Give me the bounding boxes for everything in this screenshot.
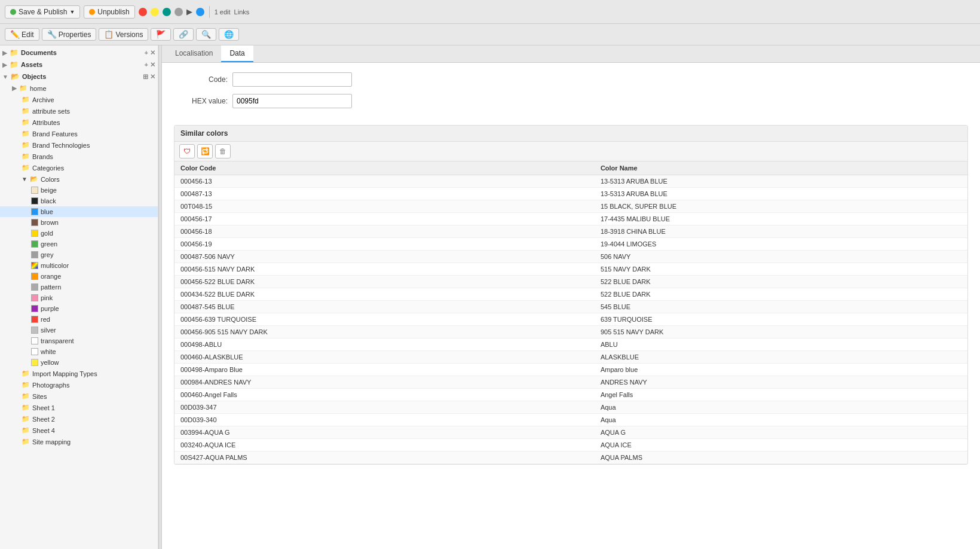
sidebar-item-categories[interactable]: 📁 Categories (0, 162, 158, 173)
stop-icon (139, 8, 147, 16)
hex-input[interactable] (232, 94, 352, 108)
sidebar-item-beige[interactable]: beige (0, 185, 158, 196)
sidebar-item-documents[interactable]: ▶ 📁 Documents + ✕ (0, 47, 158, 59)
properties-button[interactable]: 🔧 Properties (42, 28, 97, 41)
sim-delete-button[interactable]: 🗑 (215, 144, 231, 158)
sidebar-item-objects[interactable]: ▼ 📂 Objects ⊞ ✕ (0, 71, 158, 83)
table-row[interactable]: 00D039-340Aqua (174, 414, 967, 426)
sidebar-item-blue[interactable]: blue (0, 206, 158, 217)
cell-code: 000487-545 BLUE (174, 301, 595, 313)
sidebar-item-import-mapping[interactable]: 📁 Import Mapping Types (0, 368, 158, 379)
tab-data[interactable]: Data (221, 45, 253, 62)
save-publish-button[interactable]: Save & Publish ▼ (5, 5, 80, 19)
properties-label: Properties (59, 30, 91, 39)
table-row[interactable]: 000487-1313-5313 ARUBA BLUE (174, 188, 967, 200)
cell-name: 522 BLUE DARK (595, 276, 967, 288)
table-row[interactable]: 000456-1919-4044 LIMOGES (174, 238, 967, 251)
sidebar-item-red[interactable]: red (0, 314, 158, 325)
colors-label: Colors (41, 176, 60, 183)
table-row[interactable]: 000456-1818-3918 CHINA BLUE (174, 225, 967, 238)
tab-bar: Localisation Data (162, 45, 980, 63)
brands-label: Brands (32, 153, 53, 160)
play-icon[interactable]: ▶ (186, 7, 192, 16)
sidebar-item-brand-features[interactable]: 📁 Brand Features (0, 128, 158, 139)
sidebar-item-white[interactable]: white (0, 346, 158, 357)
extra-button[interactable]: 🌐 (219, 28, 239, 41)
sidebar-item-transparent[interactable]: transparent (0, 336, 158, 346)
table-row[interactable]: 000460-Angel FallsAngel Falls (174, 389, 967, 401)
sidebar-item-multicolor[interactable]: multicolor (0, 260, 158, 271)
table-row[interactable]: 003994-AQUA GAQUA G (174, 426, 967, 439)
sidebar-item-site-mapping[interactable]: 📁 Site mapping (0, 436, 158, 447)
sidebar-item-silver[interactable]: silver (0, 325, 158, 336)
sidebar-item-black[interactable]: black (0, 196, 158, 206)
edit-button[interactable]: ✏️ Edit (5, 28, 39, 41)
sidebar-item-home[interactable]: ▶ 📁 home (0, 83, 158, 94)
cell-code: 000460-ALASKBLUE (174, 351, 595, 364)
sidebar-item-archive[interactable]: 📁 Archive (0, 94, 158, 105)
sidebar-item-colors[interactable]: ▼ 📂 Colors (0, 173, 158, 185)
sidebar-item-purple[interactable]: purple (0, 303, 158, 314)
table-row[interactable]: 000456-515 NAVY DARK515 NAVY DARK (174, 263, 967, 276)
table-row[interactable]: 00S427-AQUA PALMSAQUA PALMS (174, 452, 967, 464)
sidebar-item-attribute-sets[interactable]: 📁 attribute sets (0, 105, 158, 117)
sidebar-item-brands[interactable]: 📁 Brands (0, 151, 158, 162)
sim-add-button[interactable]: 🛡 (179, 144, 195, 158)
table-row[interactable]: 00D039-347Aqua (174, 401, 967, 414)
sidebar-item-sheet4[interactable]: 📁 Sheet 4 (0, 425, 158, 436)
sidebar-item-pattern[interactable]: pattern (0, 282, 158, 292)
sidebar-item-sheet1[interactable]: 📁 Sheet 1 (0, 402, 158, 413)
sidebar-item-gold[interactable]: gold (0, 228, 158, 239)
sidebar-item-orange[interactable]: orange (0, 271, 158, 282)
warning-icon (151, 8, 159, 16)
unpublish-button[interactable]: Unpublish (84, 5, 134, 19)
folder-icon-brand-features: 📁 (22, 130, 30, 138)
sidebar-item-sites[interactable]: 📁 Sites (0, 391, 158, 402)
table-row[interactable]: 000456-905 515 NAVY DARK905 515 NAVY DAR… (174, 326, 967, 338)
sim-edit-button[interactable]: 🔁 (197, 144, 213, 158)
table-row[interactable]: 000984-ANDRES NAVYANDRES NAVY (174, 376, 967, 389)
code-input[interactable] (232, 72, 352, 87)
table-row[interactable]: 000434-522 BLUE DARK522 BLUE DARK (174, 288, 967, 301)
tab-localisation-label: Localisation (175, 49, 213, 57)
sidebar-item-assets[interactable]: ▶ 📁 Assets + ✕ (0, 59, 158, 71)
sidebar-item-pink[interactable]: pink (0, 292, 158, 303)
link-button[interactable]: 🔗 (173, 28, 194, 41)
add-objects-button[interactable]: ⊞ ✕ (143, 73, 155, 81)
table-row[interactable]: 000498-ABLUABLU (174, 338, 967, 351)
sidebar-item-photographs[interactable]: 📁 Photographs (0, 379, 158, 391)
table-row[interactable]: 00T048-1515 BLACK, SUPER BLUE (174, 200, 967, 213)
add-assets-button[interactable]: + ✕ (145, 61, 155, 69)
table-row[interactable]: 000456-1313-5313 ARUBA BLUE (174, 175, 967, 188)
table-row[interactable]: 000498-Amparo BlueAmparo blue (174, 364, 967, 376)
categories-label: Categories (32, 164, 64, 172)
sidebar-item-grey[interactable]: grey (0, 249, 158, 260)
table-row[interactable]: 000456-1717-4435 MALIBU BLUE (174, 213, 967, 225)
table-row[interactable]: 000456-522 BLUE DARK522 BLUE DARK (174, 276, 967, 288)
table-row[interactable]: 000487-545 BLUE545 BLUE (174, 301, 967, 313)
table-row[interactable]: 003240-AQUA ICEAQUA ICE (174, 439, 967, 452)
flag-button[interactable]: 🚩 (151, 28, 171, 41)
cell-code: 000460-Angel Falls (174, 389, 595, 401)
sidebar-item-yellow[interactable]: yellow (0, 357, 158, 368)
color-table-body: 000456-1313-5313 ARUBA BLUE000487-1313-5… (174, 175, 967, 464)
sidebar-item-green[interactable]: green (0, 239, 158, 249)
toggle-icon-assets: ▶ (2, 62, 7, 68)
table-row[interactable]: 000487-506 NAVY506 NAVY (174, 251, 967, 263)
white-label: white (41, 348, 56, 355)
form-area: Code: HEX value: (162, 63, 980, 125)
table-row[interactable]: 000460-ALASKBLUEALASKBLUE (174, 351, 967, 364)
sidebar-item-sheet2[interactable]: 📁 Sheet 2 (0, 413, 158, 425)
sidebar-item-brand-tech[interactable]: 📁 Brand Technologies (0, 139, 158, 151)
sidebar-item-attributes[interactable]: 📁 Attributes (0, 117, 158, 128)
search-button[interactable]: 🔍 (196, 28, 216, 41)
cell-code: 000456-905 515 NAVY DARK (174, 326, 595, 338)
tab-localisation[interactable]: Localisation (167, 45, 221, 62)
table-row[interactable]: 000456-639 TURQUOISE639 TURQUOISE (174, 313, 967, 326)
cell-name: 13-5313 ARUBA BLUE (595, 175, 967, 188)
dropdown-arrow-icon[interactable]: ▼ (69, 9, 75, 15)
sidebar-item-brown[interactable]: brown (0, 217, 158, 228)
add-documents-button[interactable]: + ✕ (145, 49, 155, 57)
versions-button[interactable]: 📋 Versions (99, 28, 148, 41)
similar-colors-header: Similar colors (174, 126, 967, 142)
